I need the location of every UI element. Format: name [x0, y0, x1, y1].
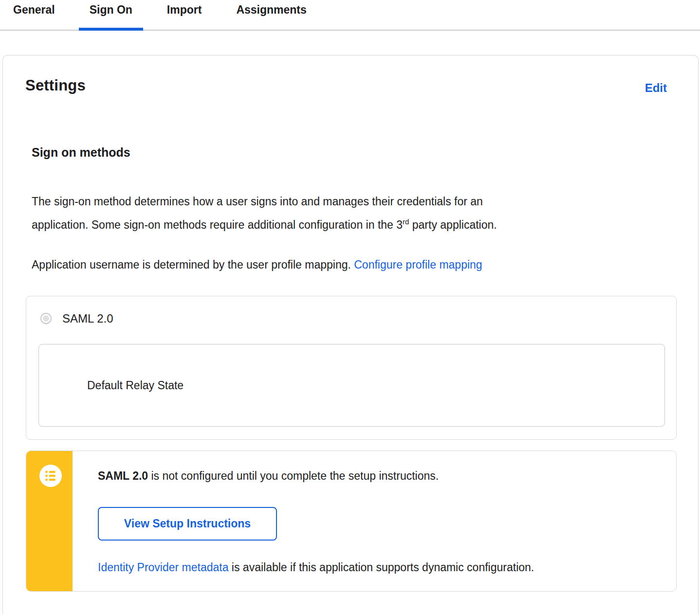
settings-card: Settings Edit Sign on methods The sign-o…: [2, 55, 699, 614]
username-mapping-static: Application username is determined by th…: [32, 258, 354, 271]
default-relay-state-label: Default Relay State: [87, 379, 184, 392]
default-relay-state-field: Default Relay State: [38, 344, 665, 427]
tab-assignments[interactable]: Assignments: [225, 3, 317, 30]
metadata-availability-text: Identity Provider metadata is available …: [98, 561, 534, 574]
saml-setup-callout: SAML 2.0 is not configured until you com…: [26, 451, 677, 592]
tab-import[interactable]: Import: [156, 3, 213, 30]
saml-radio-button[interactable]: [40, 313, 52, 324]
description-line1: The sign-on method determines how a user…: [32, 195, 483, 208]
app-tab-bar: General Sign On Import Assignments: [0, 0, 700, 31]
sign-on-method-description: The sign-on method determines how a user…: [32, 190, 497, 236]
tab-general[interactable]: General: [2, 3, 66, 30]
view-setup-instructions-button[interactable]: View Setup Instructions: [98, 507, 277, 541]
description-line2: application. Some sign-on methods requir…: [32, 218, 403, 231]
identity-provider-metadata-link[interactable]: Identity Provider metadata: [98, 561, 228, 574]
saml-method-box: SAML 2.0 Default Relay State: [26, 296, 677, 440]
metadata-availability-rest: is available if this application support…: [228, 561, 534, 574]
tab-sign-on[interactable]: Sign On: [79, 3, 143, 30]
callout-message-rest: is not configured until you complete the…: [148, 470, 439, 482]
username-mapping-text: Application username is determined by th…: [32, 253, 482, 276]
configure-profile-mapping-link[interactable]: Configure profile mapping: [354, 258, 482, 271]
edit-link[interactable]: Edit: [645, 81, 667, 95]
callout-message-bold: SAML 2.0: [98, 470, 148, 482]
page-title: Settings: [25, 77, 86, 94]
callout-warning-band: [26, 451, 73, 591]
callout-message: SAML 2.0 is not configured until you com…: [98, 470, 439, 483]
ordinal-superscript: rd: [403, 217, 409, 226]
saml-radio-label: SAML 2.0: [62, 312, 113, 325]
sign-on-methods-heading: Sign on methods: [32, 145, 130, 160]
description-line2-end: party application.: [409, 218, 497, 231]
list-icon: [39, 465, 62, 487]
